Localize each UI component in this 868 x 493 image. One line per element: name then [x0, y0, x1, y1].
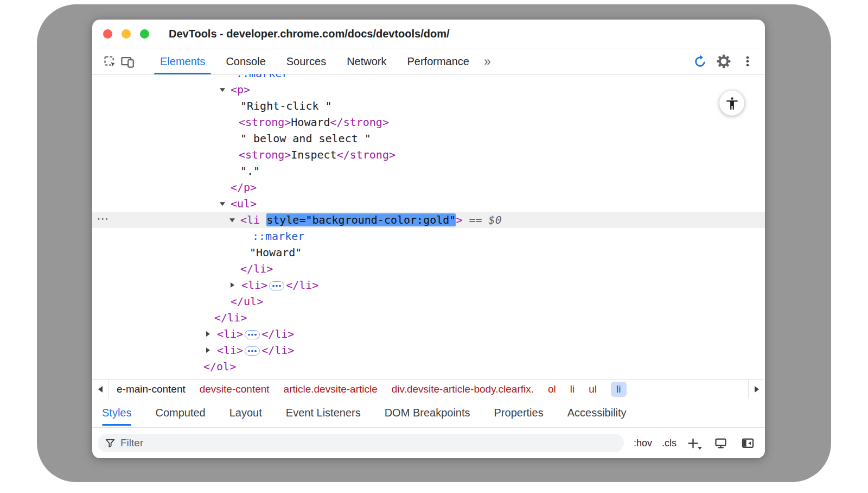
dom-tree-row[interactable]: ".": [92, 163, 765, 179]
tab-console[interactable]: Console: [215, 48, 276, 74]
monitor-icon[interactable]: [712, 434, 729, 452]
new-style-rule-button[interactable]: [686, 437, 702, 450]
token-tag: </li>: [286, 279, 318, 292]
token-text: Inspect: [291, 148, 336, 161]
menu-kebab-icon[interactable]: [739, 52, 756, 71]
collapse-arrow-icon[interactable]: [229, 218, 235, 222]
styles-filter-bar: :hov .cls: [92, 428, 765, 458]
left-arrow-icon: [98, 386, 103, 393]
sync-icon[interactable]: [691, 52, 709, 71]
token-tag: </li>: [261, 344, 294, 357]
dom-tree-row[interactable]: <li></li>: [92, 326, 765, 342]
dom-tree-row[interactable]: </li>: [92, 309, 765, 326]
panel-tab-event-listeners[interactable]: Event Listeners: [286, 399, 361, 427]
collapse-arrow-icon[interactable]: [220, 88, 225, 92]
breadcrumb-item-div-devsite-article-body-clearfix-[interactable]: div.devsite-article-body.clearfix.: [392, 383, 534, 395]
token-text: Howard: [291, 116, 330, 129]
breadcrumb-item-ul[interactable]: ul: [589, 383, 597, 395]
panel-tab-computed[interactable]: Computed: [155, 399, 205, 427]
panel-tab-properties[interactable]: Properties: [494, 399, 544, 427]
token-tag: </ol>: [203, 360, 236, 373]
breadcrumb-item-li[interactable]: li: [611, 382, 626, 397]
token-text: "Howard": [250, 246, 302, 259]
expand-children-button[interactable]: [245, 330, 260, 339]
device-toolbar-icon[interactable]: [118, 52, 136, 71]
dom-tree-row[interactable]: "Howard": [92, 244, 765, 261]
breadcrumb-item-e-main-content[interactable]: e-main-content: [117, 383, 186, 395]
inspect-element-icon[interactable]: [101, 52, 118, 71]
more-tabs-icon[interactable]: »: [484, 54, 491, 69]
expand-arrow-icon[interactable]: [231, 282, 234, 288]
dom-tree-row[interactable]: </ul>: [92, 293, 765, 309]
token-text: ".": [240, 165, 260, 178]
expand-children-button[interactable]: [269, 281, 284, 290]
token-tag: </ul>: [231, 295, 263, 308]
sidebar-toggle-icon[interactable]: [739, 434, 756, 452]
token-tag: </strong>: [337, 148, 395, 161]
panel-tab-styles[interactable]: Styles: [102, 399, 131, 427]
token-meta: ==: [462, 213, 488, 226]
accessibility-fab[interactable]: [719, 91, 744, 116]
dom-tree-row[interactable]: ::marker: [92, 228, 765, 244]
maximize-button[interactable]: [140, 29, 149, 39]
dom-tree-row[interactable]: "Right-click ": [92, 98, 765, 114]
tab-elements[interactable]: Elements: [150, 48, 215, 74]
dom-tree-row[interactable]: </li>: [92, 261, 765, 277]
dom-tree-row[interactable]: </ol>: [92, 358, 765, 375]
dom-tree-row[interactable]: <li></li>: [92, 277, 765, 293]
expand-arrow-icon[interactable]: [206, 331, 210, 337]
collapse-arrow-icon[interactable]: [220, 202, 225, 206]
dom-tree-row[interactable]: ⋯<li style="background-color:gold"> == $…: [92, 212, 765, 228]
token-tag: <ul>: [231, 197, 257, 210]
token-tag: </p>: [231, 181, 257, 194]
breadcrumb-item-article-devsite-article[interactable]: article.devsite-article: [284, 383, 378, 395]
expand-children-button[interactable]: [245, 346, 260, 356]
tab-network[interactable]: Network: [336, 48, 397, 74]
minimize-button[interactable]: [122, 29, 131, 39]
settings-gear-icon[interactable]: [715, 52, 732, 71]
filter-funnel-icon: [104, 437, 116, 449]
breadcrumb-scroll-right-button[interactable]: [748, 380, 765, 399]
token-tag: </li>: [214, 311, 247, 324]
panel-tab-layout[interactable]: Layout: [229, 399, 262, 427]
token-tag: </strong>: [330, 116, 389, 129]
expand-arrow-icon[interactable]: [206, 347, 210, 353]
token-tag: </li>: [261, 327, 294, 340]
breadcrumb-scroll-left-button[interactable]: [92, 380, 109, 399]
filter-input[interactable]: [98, 434, 624, 452]
dom-tree-row[interactable]: <li></li>: [92, 342, 765, 358]
filter-input-wrap: [98, 434, 624, 452]
close-button[interactable]: [103, 29, 112, 39]
toolbar-right-icons: [691, 52, 756, 71]
breadcrumb-item-ol[interactable]: ol: [548, 383, 556, 395]
token-tag: <li>: [217, 327, 243, 340]
token-tag: <p>: [231, 83, 250, 96]
dom-tree-row[interactable]: ::marker: [92, 74, 765, 81]
tab-performance[interactable]: Performance: [397, 48, 480, 74]
tab-sources[interactable]: Sources: [276, 48, 336, 74]
dom-tree-row[interactable]: " below and select ": [92, 130, 765, 147]
token-pseudo: ::marker: [252, 230, 304, 243]
window-title: DevTools - developer.chrome.com/docs/dev…: [169, 28, 450, 40]
breadcrumb-item-devsite-content[interactable]: devsite-content: [200, 383, 270, 395]
token-tag: <strong>: [239, 148, 291, 161]
token-tag: </li>: [240, 262, 273, 275]
dom-tree-row[interactable]: <ul>: [92, 195, 765, 212]
token-hl[interactable]: style="background-color:gold": [266, 213, 456, 226]
toggle-class-button[interactable]: .cls: [662, 438, 676, 449]
panel-tab-accessibility[interactable]: Accessibility: [567, 399, 627, 427]
accessibility-person-icon: [725, 96, 739, 111]
styles-panel-tabs: StylesComputedLayoutEvent ListenersDOM B…: [92, 399, 765, 428]
token-text: " below and select ": [240, 132, 371, 145]
caret-down-icon: [698, 447, 702, 450]
row-more-actions-icon[interactable]: ⋯: [97, 211, 109, 227]
dom-tree-row[interactable]: <strong>Howard</strong>: [92, 114, 765, 130]
dom-tree-row[interactable]: </p>: [92, 179, 765, 195]
breadcrumb-item-li[interactable]: li: [570, 383, 575, 395]
panel-tab-dom-breakpoints[interactable]: DOM Breakpoints: [385, 399, 470, 427]
dom-tree-row[interactable]: <p>: [92, 81, 765, 98]
devtools-toolbar: ElementsConsoleSourcesNetworkPerformance…: [92, 48, 765, 75]
token-tag: >: [456, 213, 462, 226]
dom-tree-row[interactable]: <strong>Inspect</strong>: [92, 147, 765, 163]
toggle-hover-state-button[interactable]: :hov: [634, 438, 652, 449]
